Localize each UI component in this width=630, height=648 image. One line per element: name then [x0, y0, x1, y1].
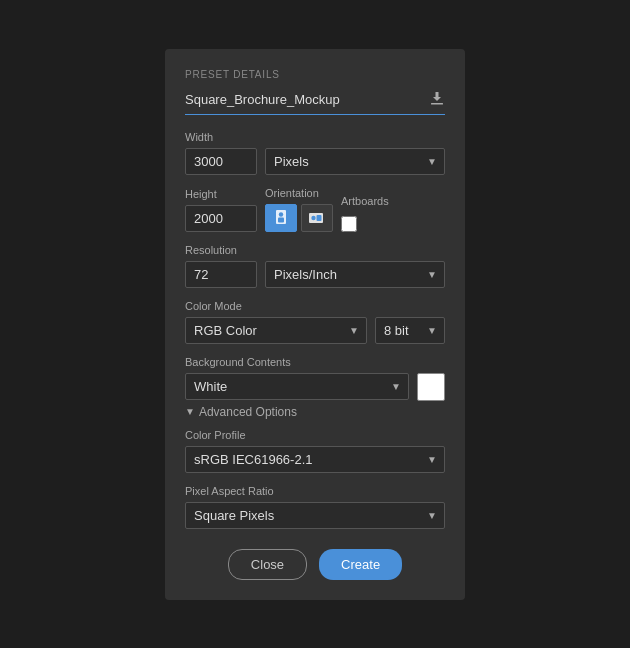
width-unit-select[interactable]: Pixels Inches Centimeters [265, 148, 445, 175]
color-profile-label: Color Profile [185, 429, 445, 441]
bit-depth-wrapper: 8 bit 16 bit 32 bit ▼ [375, 317, 445, 344]
svg-rect-0 [431, 103, 443, 105]
pixel-ratio-label: Pixel Aspect Ratio [185, 485, 445, 497]
preset-name-row [185, 90, 445, 115]
advanced-chevron-icon: ▼ [185, 406, 195, 417]
artboards-group: Artboards [341, 195, 389, 232]
color-mode-select[interactable]: RGB Color CMYK Color Grayscale Bitmap La… [185, 317, 367, 344]
pixel-ratio-select[interactable]: Square Pixels D1/DV NTSC (0.91) D1/DV PA… [185, 502, 445, 529]
create-button[interactable]: Create [319, 549, 402, 580]
landscape-icon [308, 209, 326, 227]
artboards-label: Artboards [341, 195, 389, 207]
bg-contents-label: Background Contents [185, 356, 445, 368]
svg-rect-6 [317, 215, 322, 221]
close-button[interactable]: Close [228, 549, 307, 580]
resolution-unit-select[interactable]: Pixels/Inch Pixels/Centimeter [265, 261, 445, 288]
height-group: Height [185, 188, 257, 232]
bg-contents-wrapper: White Black Background Color Transparent… [185, 373, 409, 400]
dialog-footer: Close Create [185, 549, 445, 580]
svg-point-5 [311, 215, 315, 219]
resolution-input[interactable] [185, 261, 257, 288]
svg-rect-3 [278, 217, 284, 222]
bg-contents-row: White Black Background Color Transparent… [185, 373, 445, 401]
pixel-ratio-row: Square Pixels D1/DV NTSC (0.91) D1/DV PA… [185, 502, 445, 529]
landscape-button[interactable] [301, 204, 333, 232]
save-icon[interactable] [429, 90, 445, 110]
width-unit-wrapper: Pixels Inches Centimeters ▼ [265, 148, 445, 175]
preset-name-input[interactable] [185, 92, 423, 107]
color-profile-wrapper: sRGB IEC61966-2.1 Adobe RGB (1998) Don't… [185, 446, 445, 473]
width-label: Width [185, 131, 445, 143]
preset-details-dialog: PRESET DETAILS Width Pixels Inches Centi… [165, 49, 465, 600]
orientation-group: Orientation [265, 187, 333, 232]
advanced-options-label: Advanced Options [199, 405, 297, 419]
height-input[interactable] [185, 205, 257, 232]
bit-depth-select[interactable]: 8 bit 16 bit 32 bit [375, 317, 445, 344]
color-profile-select[interactable]: sRGB IEC61966-2.1 Adobe RGB (1998) Don't… [185, 446, 445, 473]
width-input[interactable] [185, 148, 257, 175]
advanced-options-toggle[interactable]: ▼ Advanced Options [185, 405, 445, 419]
artboards-checkbox[interactable] [341, 216, 357, 232]
color-mode-wrapper: RGB Color CMYK Color Grayscale Bitmap La… [185, 317, 367, 344]
resolution-unit-wrapper: Pixels/Inch Pixels/Centimeter ▼ [265, 261, 445, 288]
svg-point-2 [279, 212, 283, 216]
width-row: Pixels Inches Centimeters ▼ [185, 148, 445, 175]
color-mode-label: Color Mode [185, 300, 445, 312]
resolution-label: Resolution [185, 244, 445, 256]
height-orientation-row: Height Orientation [185, 187, 445, 232]
height-label: Height [185, 188, 257, 200]
portrait-icon [272, 209, 290, 227]
orientation-buttons [265, 204, 333, 232]
pixel-ratio-wrapper: Square Pixels D1/DV NTSC (0.91) D1/DV PA… [185, 502, 445, 529]
color-mode-row: RGB Color CMYK Color Grayscale Bitmap La… [185, 317, 445, 344]
color-profile-row: sRGB IEC61966-2.1 Adobe RGB (1998) Don't… [185, 446, 445, 473]
orientation-label: Orientation [265, 187, 333, 199]
section-label: PRESET DETAILS [185, 69, 445, 80]
advanced-section: Color Profile sRGB IEC61966-2.1 Adobe RG… [185, 429, 445, 529]
resolution-row: Pixels/Inch Pixels/Centimeter ▼ [185, 261, 445, 288]
bg-contents-select[interactable]: White Black Background Color Transparent… [185, 373, 409, 400]
portrait-button[interactable] [265, 204, 297, 232]
color-swatch[interactable] [417, 373, 445, 401]
